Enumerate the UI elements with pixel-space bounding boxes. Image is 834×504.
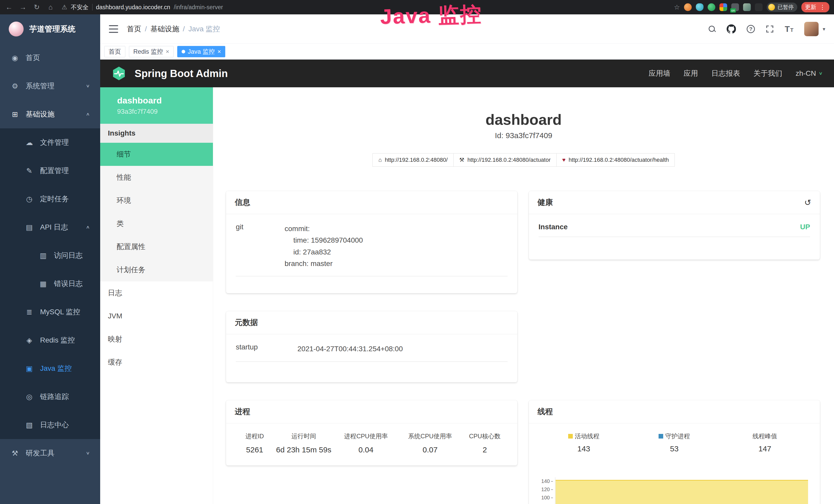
sidebar-item-label: MySQL 监控: [40, 307, 80, 317]
sidebar-item-access-logs[interactable]: ▥ 访问日志: [0, 241, 100, 270]
sba-nav-applications[interactable]: 应用: [684, 69, 698, 78]
actuator-url-link[interactable]: ⚒ http://192.168.0.2:48080/actuator: [453, 153, 556, 167]
browser-home-icon[interactable]: ⌂: [46, 3, 55, 11]
process-cpu-value: 0.04: [334, 445, 398, 454]
metadata-card-body: startup 2021-04-27T00:44:31.254+08:00: [226, 334, 517, 382]
sidebar-item-scheduled-jobs[interactable]: ◷ 定时任务: [0, 185, 100, 213]
sba-item-caches[interactable]: 缓存: [100, 351, 213, 374]
health-instance-label: Instance: [539, 223, 568, 231]
process-card-body: 进程ID 运行时间 进程CPU使用率 系统CPU使用率 CPU核心数 5261 …: [226, 423, 517, 465]
info-row-git: git commit: time: 1596289704000 id: 27aa…: [236, 223, 507, 276]
y-tick: 100: [539, 495, 550, 501]
bookmark-star-icon[interactable]: ☆: [674, 3, 680, 11]
sba-nav-wallboard[interactable]: 应用墙: [649, 69, 671, 78]
sba-item-metrics[interactable]: 性能: [100, 166, 213, 189]
dashboard-gauge-icon: ◉: [10, 54, 20, 62]
locale-selector[interactable]: zh-CN ∨: [796, 69, 823, 77]
close-icon[interactable]: ×: [217, 48, 221, 55]
github-icon[interactable]: [727, 24, 736, 33]
extension-paused-pill[interactable]: 已暂停: [767, 3, 797, 12]
breadcrumb-current: Java 监控: [189, 24, 220, 34]
browser-menu-icon[interactable]: ⋮: [819, 4, 826, 11]
git-branch-line: branch: master: [285, 258, 363, 269]
tab-home[interactable]: 首页: [104, 46, 125, 57]
sidebar-item-system[interactable]: ⚙ 系统管理 ∨: [0, 72, 100, 100]
health-card: 健康 ↺ Instance UP: [529, 191, 820, 259]
url-host[interactable]: dashboard.yudao.iocoder.cn: [96, 4, 170, 11]
sba-item-jvm[interactable]: JVM: [100, 304, 213, 328]
tab-java-monitor[interactable]: Java 监控 ×: [177, 46, 225, 57]
sidebar-item-java-monitor[interactable]: ▣ Java 监控: [0, 354, 100, 383]
chevron-up-icon: ∧: [86, 112, 90, 117]
sba-item-environment[interactable]: 环境: [100, 189, 213, 212]
legend-label: 线程峰值: [752, 432, 777, 440]
instance-header[interactable]: dashboard 93a3fc7f7409: [100, 87, 213, 124]
fullscreen-icon[interactable]: [766, 25, 774, 33]
sidebar-item-file-management[interactable]: ☁ 文件管理: [0, 129, 100, 157]
close-icon[interactable]: ×: [166, 48, 169, 55]
browser-forward-icon[interactable]: →: [19, 3, 27, 11]
sba-item-logfile[interactable]: 日志: [100, 281, 213, 304]
metadata-card-header: 元数据: [226, 311, 517, 334]
breadcrumb-home[interactable]: 首页: [127, 24, 141, 34]
sidebar-item-label: 错误日志: [54, 279, 83, 289]
extension-icon-1[interactable]: [684, 3, 692, 11]
sidebar-item-mysql-monitor[interactable]: ≣ MySQL 监控: [0, 298, 100, 326]
page-body: 芋道管理系统 ◉ 首页 ⚙ 系统管理 ∨ ⊞ 基础设施 ∧: [0, 15, 834, 504]
sba-item-scheduled-tasks[interactable]: 计划任务: [100, 258, 213, 281]
info-card: 信息 git commit: time: 1596289704000 id: 2…: [226, 191, 517, 293]
health-url-link[interactable]: ♥ http://192.168.0.2:48080/actuator/heal…: [556, 153, 675, 167]
metadata-key: startup: [236, 343, 298, 354]
sba-group-insights: Insights: [100, 124, 213, 143]
sidebar-item-log-center[interactable]: ▧ 日志中心: [0, 411, 100, 439]
sidebar-item-dev-tools[interactable]: ⚒ 研发工具 ∨: [0, 439, 100, 467]
sba-item-details[interactable]: 细节: [100, 143, 213, 166]
avatar-caret-icon[interactable]: ▾: [823, 26, 825, 32]
browser-update-button[interactable]: 更新 ⋮: [802, 2, 829, 12]
app-logo[interactable]: 芋道管理系统: [0, 15, 100, 44]
search-icon[interactable]: [708, 25, 716, 33]
browser-back-icon[interactable]: ←: [5, 3, 13, 11]
sba-item-config-props[interactable]: 配置属性: [100, 235, 213, 258]
browser-reload-icon[interactable]: ↻: [32, 3, 41, 11]
security-label[interactable]: 不安全: [71, 3, 89, 11]
security-warning-icon: ⚠: [62, 4, 67, 11]
user-avatar[interactable]: [804, 22, 818, 36]
extension-icon-6[interactable]: [743, 3, 751, 11]
cpu-cores-value: 2: [462, 445, 507, 454]
extension-icon-4[interactable]: [720, 3, 727, 11]
detail-cards: 信息 git commit: time: 1596289704000 id: 2…: [226, 191, 820, 504]
log-center-icon: ▧: [25, 421, 34, 429]
sba-nav-journal[interactable]: 日志报表: [711, 69, 740, 78]
service-url-link[interactable]: ⌂ http://192.168.0.2:48080/: [372, 153, 454, 167]
sidebar-item-redis-monitor[interactable]: ◈ Redis 监控: [0, 326, 100, 354]
legend-live-threads: 活动线程: [539, 432, 629, 440]
sba-brand-title[interactable]: Spring Boot Admin: [135, 68, 228, 79]
sidebar-item-tracing[interactable]: ◎ 链路追踪: [0, 383, 100, 411]
extension-icon-2[interactable]: [696, 3, 704, 11]
health-row-instance[interactable]: Instance UP: [539, 223, 810, 237]
font-size-icon[interactable]: T T: [785, 25, 793, 33]
sidebar-item-error-logs[interactable]: ▦ 错误日志: [0, 270, 100, 298]
infrastructure-submenu: ☁ 文件管理 ✎ 配置管理 ◷ 定时任务 ▤ API 日志 ∧: [0, 129, 100, 439]
extension-icon-7[interactable]: [755, 3, 763, 11]
sba-item-classes[interactable]: 类: [100, 212, 213, 235]
sba-item-mappings[interactable]: 映射: [100, 328, 213, 351]
breadcrumb-infrastructure[interactable]: 基础设施: [151, 24, 179, 34]
sidebar-item-config-management[interactable]: ✎ 配置管理: [0, 157, 100, 185]
sidebar-item-label: 访问日志: [54, 251, 83, 260]
sba-nav-about[interactable]: 关于我们: [753, 69, 782, 78]
help-icon[interactable]: ?: [747, 25, 755, 33]
address-bar[interactable]: ⚠ 不安全 dashboard.yudao.iocoder.cn/infra/a…: [62, 3, 669, 11]
sidebar-item-api-logs[interactable]: ▤ API 日志 ∧: [0, 213, 100, 241]
history-icon[interactable]: ↺: [804, 199, 811, 207]
breadcrumb-separator: /: [183, 25, 185, 33]
sidebar-item-home[interactable]: ◉ 首页: [0, 44, 100, 72]
extension-icon-3[interactable]: [708, 3, 715, 11]
sidebar-item-label: 日志中心: [40, 420, 69, 430]
sidebar-collapse-icon[interactable]: [109, 25, 118, 33]
url-path[interactable]: /infra/admin-server: [174, 4, 223, 11]
sidebar-item-infrastructure[interactable]: ⊞ 基础设施 ∧: [0, 100, 100, 129]
tab-redis-monitor[interactable]: Redis 监控 ×: [129, 46, 174, 57]
extension-icon-proxy[interactable]: on: [731, 3, 739, 11]
